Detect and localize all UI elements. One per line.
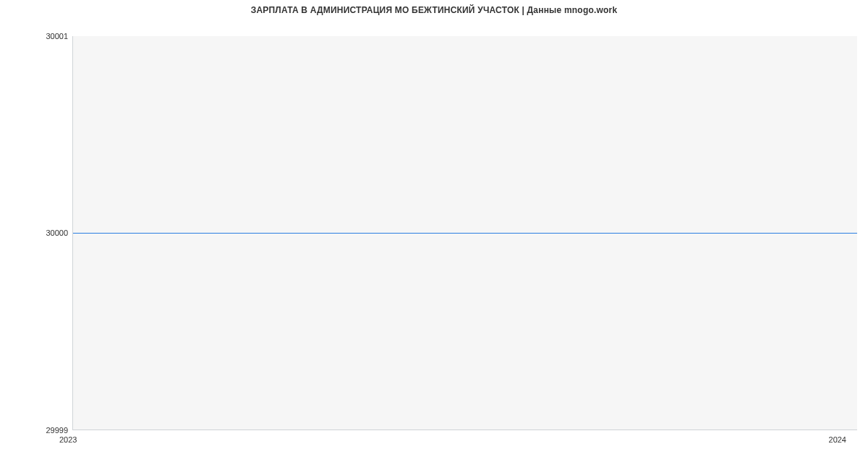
y-tick-top: 30001 bbox=[3, 32, 68, 40]
series-line bbox=[73, 233, 857, 234]
plot-area bbox=[72, 36, 857, 430]
chart-container: ЗАРПЛАТА В АДМИНИСТРАЦИЯ МО БЕЖТИНСКИЙ У… bbox=[0, 0, 868, 470]
y-tick-mid: 30000 bbox=[3, 228, 68, 237]
x-tick-right: 2024 bbox=[829, 435, 846, 444]
x-tick-left: 2023 bbox=[59, 435, 77, 444]
y-tick-bot: 29999 bbox=[3, 426, 68, 435]
chart-title: ЗАРПЛАТА В АДМИНИСТРАЦИЯ МО БЕЖТИНСКИЙ У… bbox=[0, 5, 868, 15]
